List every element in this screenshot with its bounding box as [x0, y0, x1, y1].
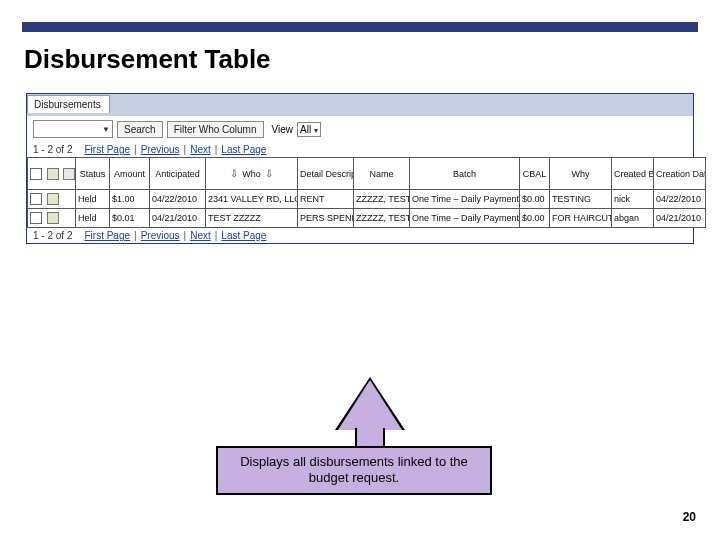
section-tab-disbursements[interactable]: Disbursements: [27, 95, 110, 113]
pager-prev-link[interactable]: Previous: [141, 144, 180, 155]
cell-detail: RENT: [298, 190, 354, 209]
cell-batch: One Time – Daily Payments: [410, 190, 520, 209]
col-creation-date[interactable]: Creation Date: [654, 158, 706, 190]
cell-anticipated: 04/21/2010: [150, 209, 206, 228]
pager-next-link[interactable]: Next: [190, 144, 211, 155]
cell-status: Held: [76, 209, 110, 228]
cell-creation-date: 04/21/2010: [654, 209, 706, 228]
disbursements-table: Status Amount Anticipated ⇩Who⇩ Detail D…: [27, 157, 706, 228]
cell-amount: $1.00: [110, 190, 150, 209]
table-row[interactable]: Held $0.01 04/21/2010 TEST ZZZZZ PERS SP…: [28, 209, 706, 228]
col-batch[interactable]: Batch: [410, 158, 520, 190]
cell-detail: PERS SPEND: [298, 209, 354, 228]
col-who[interactable]: ⇩Who⇩: [206, 158, 298, 190]
pager-last-link[interactable]: Last Page: [221, 230, 266, 241]
cell-why: TESTING: [550, 190, 612, 209]
col-detail[interactable]: Detail Description: [298, 158, 354, 190]
callout-arrow: [338, 380, 402, 430]
col-status[interactable]: Status: [76, 158, 110, 190]
col-amount[interactable]: Amount: [110, 158, 150, 190]
pager-first-link[interactable]: First Page: [84, 144, 130, 155]
section-header-bar: Disbursements: [27, 94, 693, 116]
row-sheet-icon[interactable]: [47, 212, 59, 224]
cell-who: 2341 VALLEY RD, LLC: [206, 190, 298, 209]
cell-name: ZZZZZ, TEST: [354, 209, 410, 228]
row-sheet-icon[interactable]: [47, 193, 59, 205]
pager-prev-link[interactable]: Previous: [141, 230, 180, 241]
view-select-value: All: [300, 124, 311, 135]
cell-why: FOR HAIRCUT: [550, 209, 612, 228]
toolbar: ▼ Search Filter Who Column View All ▾: [27, 116, 693, 142]
slide-number: 20: [683, 510, 696, 524]
row-open-icon[interactable]: [30, 212, 42, 224]
pager-first-link[interactable]: First Page: [84, 230, 130, 241]
pager-count: 1 - 2 of 2: [33, 144, 72, 155]
callout-box: Displays all disbursements linked to the…: [216, 446, 492, 495]
folder-icon[interactable]: [30, 168, 42, 180]
cell-cbal: $0.00: [520, 209, 550, 228]
cell-status: Held: [76, 190, 110, 209]
cell-who: TEST ZZZZZ: [206, 209, 298, 228]
check-icon[interactable]: [63, 168, 75, 180]
col-created-by[interactable]: Created By: [612, 158, 654, 190]
pager-next-link[interactable]: Next: [190, 230, 211, 241]
table-row[interactable]: Held $1.00 04/22/2010 2341 VALLEY RD, LL…: [28, 190, 706, 209]
sheet-icon[interactable]: [47, 168, 59, 180]
sort-icon: ⇩: [228, 168, 240, 180]
callout-arrow-stem: [355, 428, 385, 448]
col-anticipated[interactable]: Anticipated: [150, 158, 206, 190]
col-cbal[interactable]: CBAL: [520, 158, 550, 190]
app-window: Disbursements ▼ Search Filter Who Column…: [26, 93, 694, 244]
filter-dropdown[interactable]: ▼: [33, 120, 113, 138]
chevron-down-icon: ▼: [102, 125, 110, 134]
col-who-label: Who: [242, 169, 261, 179]
chevron-down-icon: ▾: [314, 126, 318, 135]
pager-top: 1 - 2 of 2 First Page| Previous| Next| L…: [27, 142, 693, 157]
cell-created-by: abgan: [612, 209, 654, 228]
col-name[interactable]: Name: [354, 158, 410, 190]
cell-cbal: $0.00: [520, 190, 550, 209]
pager-bottom: 1 - 2 of 2 First Page| Previous| Next| L…: [27, 228, 693, 243]
search-button[interactable]: Search: [117, 121, 163, 138]
cell-created-by: nick: [612, 190, 654, 209]
sort-icon: ⇩: [263, 168, 275, 180]
col-why[interactable]: Why: [550, 158, 612, 190]
slide-accent-bar: [22, 22, 698, 32]
cell-amount: $0.01: [110, 209, 150, 228]
pager-last-link[interactable]: Last Page: [221, 144, 266, 155]
col-icons: [28, 158, 76, 190]
filter-who-column-button[interactable]: Filter Who Column: [167, 121, 264, 138]
pager-count: 1 - 2 of 2: [33, 230, 72, 241]
table-header-row: Status Amount Anticipated ⇩Who⇩ Detail D…: [28, 158, 706, 190]
view-label: View: [272, 124, 294, 135]
cell-batch: One Time – Daily Payments: [410, 209, 520, 228]
cell-anticipated: 04/22/2010: [150, 190, 206, 209]
slide-title: Disbursement Table: [24, 44, 720, 75]
view-select[interactable]: All ▾: [297, 122, 321, 137]
cell-name: ZZZZZ, TEST: [354, 190, 410, 209]
row-open-icon[interactable]: [30, 193, 42, 205]
cell-creation-date: 04/22/2010: [654, 190, 706, 209]
